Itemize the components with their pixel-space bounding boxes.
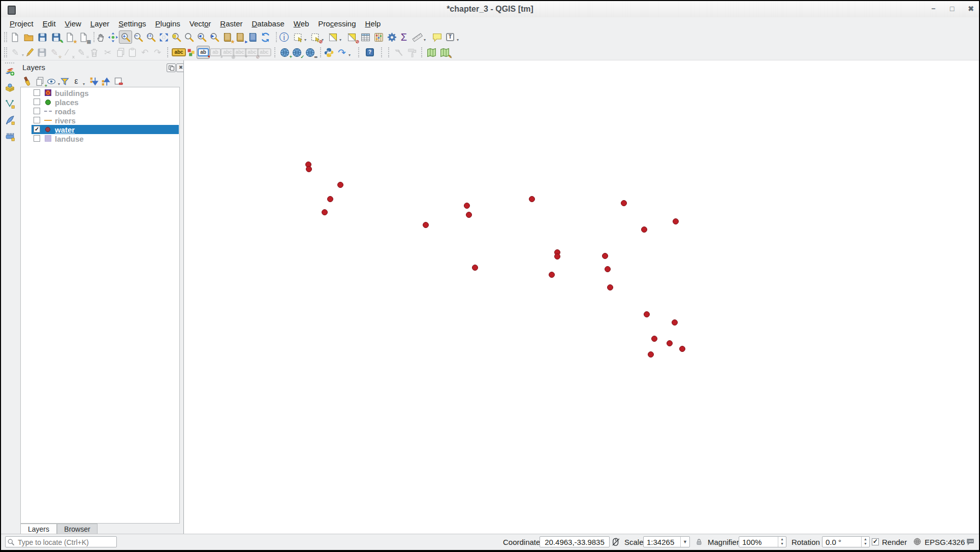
- layer-labeling-icon[interactable]: abc: [172, 46, 185, 59]
- deselect-features-icon[interactable]: ⊘▾: [308, 30, 322, 44]
- paste-features-icon[interactable]: [125, 46, 139, 59]
- show-hidden-labels-icon[interactable]: abc◉: [221, 46, 234, 59]
- menu-vector[interactable]: Vector: [185, 18, 216, 29]
- toggle-editing-icon[interactable]: [23, 46, 36, 59]
- pan-to-selection-icon[interactable]: [106, 30, 119, 44]
- zoom-in-icon[interactable]: +: [119, 30, 132, 44]
- zoom-last-icon[interactable]: ◂: [195, 30, 208, 44]
- redo-icon[interactable]: ↷: [151, 46, 164, 59]
- spinner-arrows-icon[interactable]: ▲▼: [778, 537, 786, 547]
- select-by-form-icon[interactable]: ⊘: [345, 30, 358, 44]
- chevron-down-icon[interactable]: ▼: [680, 537, 689, 547]
- close-button[interactable]: ✖: [965, 5, 977, 13]
- measure-icon[interactable]: ▾: [410, 30, 424, 44]
- new-shapefile-layer-icon[interactable]: [3, 97, 16, 110]
- layer-diagram-icon[interactable]: [184, 46, 198, 59]
- layout-manager-icon[interactable]: ▤: [77, 30, 90, 44]
- float-panel-button[interactable]: [167, 63, 176, 72]
- remove-layer-icon[interactable]: [112, 75, 125, 88]
- cut-features-icon[interactable]: ✂: [101, 46, 114, 59]
- layer-row-buildings[interactable]: buildings: [21, 88, 179, 98]
- osm-place-search-icon[interactable]: ✎: [438, 46, 451, 59]
- manage-map-themes-icon[interactable]: ▾: [45, 75, 58, 88]
- new-project-icon[interactable]: [8, 30, 21, 44]
- crs-value[interactable]: EPSG:4326: [925, 538, 965, 546]
- select-by-expression-icon[interactable]: ▾: [326, 30, 339, 44]
- multiedit-attributes-icon[interactable]: ✎≡: [75, 46, 88, 59]
- undo-icon[interactable]: ↶: [138, 46, 151, 59]
- geometry-checker-icon[interactable]: [405, 46, 418, 59]
- open-project-icon[interactable]: [22, 30, 35, 44]
- menu-database[interactable]: Database: [247, 18, 289, 29]
- map-views-icon[interactable]: [246, 30, 259, 44]
- minimize-button[interactable]: −: [927, 5, 939, 13]
- layer-checkbox-buildings[interactable]: [34, 89, 40, 96]
- layer-row-landuse[interactable]: landuse: [21, 134, 179, 143]
- save-layer-edits-icon[interactable]: [35, 46, 48, 59]
- highlight-pinned-labels-icon[interactable]: ab●: [209, 46, 222, 59]
- crs-globe-icon[interactable]: [913, 537, 922, 546]
- save-project-as-icon[interactable]: ✎: [49, 30, 62, 44]
- collapse-all-icon[interactable]: [99, 75, 112, 88]
- save-project-icon[interactable]: [36, 30, 49, 44]
- python-console-icon[interactable]: [322, 46, 335, 59]
- layer-checkbox-roads[interactable]: [34, 108, 40, 114]
- magnifier-spinbox[interactable]: 100% ▲▼: [739, 536, 786, 547]
- open-layer-styling-icon[interactable]: [20, 75, 34, 88]
- data-source-manager-icon[interactable]: [3, 64, 16, 78]
- text-annotation-icon[interactable]: T▾: [444, 30, 457, 44]
- menu-edit[interactable]: Edit: [38, 18, 60, 29]
- mouse-position-icon[interactable]: [611, 537, 620, 546]
- metasearch-csw-icon[interactable]: +: [278, 46, 291, 59]
- delete-selected-icon[interactable]: [87, 46, 101, 59]
- menu-processing[interactable]: Processing: [313, 18, 360, 29]
- select-features-icon[interactable]: ▾: [291, 30, 304, 44]
- layer-row-roads[interactable]: roads: [21, 107, 179, 116]
- show-bookmarks-icon[interactable]: ▸: [233, 30, 246, 44]
- layer-row-places[interactable]: places: [21, 98, 179, 107]
- filter-by-expression-icon[interactable]: ε▾: [70, 75, 83, 88]
- menu-plugins[interactable]: Plugins: [151, 18, 185, 29]
- map-tips-icon[interactable]: [430, 30, 444, 44]
- menu-web[interactable]: Web: [289, 18, 314, 29]
- zoom-next-icon[interactable]: ▸: [208, 30, 221, 44]
- menu-layer[interactable]: Layer: [86, 18, 114, 29]
- menu-project[interactable]: Project: [5, 18, 38, 29]
- layer-checkbox-landuse[interactable]: [34, 135, 40, 142]
- move-label-icon[interactable]: abc+: [233, 46, 246, 59]
- layer-checkbox-places[interactable]: [34, 99, 40, 105]
- rotate-label-icon[interactable]: abc: [258, 46, 271, 59]
- new-bookmark-icon[interactable]: ★: [220, 30, 234, 44]
- panel-tab-layers[interactable]: Layers: [20, 524, 57, 535]
- rotation-spinbox[interactable]: 0.0 ° ▲▼: [822, 536, 870, 547]
- layer-row-rivers[interactable]: rivers: [21, 116, 179, 125]
- new-print-layout-icon[interactable]: ★: [63, 30, 76, 44]
- metasearch-icon[interactable]: ∞: [303, 46, 317, 59]
- menu-raster[interactable]: Raster: [215, 18, 247, 29]
- pan-map-icon[interactable]: [94, 30, 107, 44]
- topology-checker-icon[interactable]: [392, 46, 405, 59]
- vertex-tool-icon[interactable]: ⁄x: [60, 46, 74, 59]
- quickosm-icon[interactable]: [425, 46, 438, 59]
- layer-checkbox-water[interactable]: ✓: [34, 126, 40, 133]
- processing-toolbox-icon[interactable]: [385, 30, 398, 44]
- new-virtual-layer-icon[interactable]: [3, 129, 16, 143]
- spinner-arrows-icon[interactable]: ▲▼: [861, 537, 869, 547]
- render-checkbox[interactable]: ✓: [872, 538, 879, 545]
- identify-features-icon[interactable]: ⓘ: [277, 30, 291, 44]
- maximize-button[interactable]: □: [946, 5, 958, 13]
- metasearch-add-icon[interactable]: ✓: [290, 46, 303, 59]
- menu-settings[interactable]: Settings: [114, 18, 150, 29]
- map-canvas[interactable]: [183, 60, 978, 534]
- title-bar[interactable]: *chapter_3 - QGIS [tm] − □ ✖: [1, 1, 979, 18]
- scale-combo[interactable]: 1:34265 ▼: [643, 536, 690, 547]
- panel-tab-browser[interactable]: Browser: [57, 524, 98, 535]
- zoom-full-icon[interactable]: [157, 30, 170, 44]
- processing-history-icon[interactable]: ↷▾: [335, 46, 349, 59]
- zoom-native-icon[interactable]: 1:1: [144, 30, 157, 44]
- change-label-icon[interactable]: abc⊘: [245, 46, 259, 59]
- new-geopackage-layer-icon[interactable]: [3, 113, 16, 126]
- zoom-out-icon[interactable]: −: [132, 30, 145, 44]
- current-edits-icon[interactable]: ✎▾: [9, 46, 22, 59]
- layer-row-water[interactable]: ✓water: [21, 125, 179, 134]
